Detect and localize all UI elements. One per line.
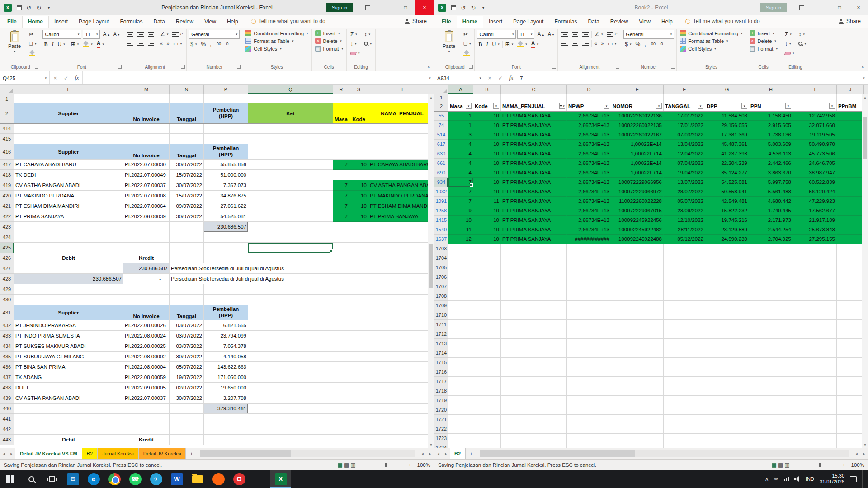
- cell-E1717[interactable]: [611, 377, 664, 386]
- cell-I55[interactable]: 12.742.958: [793, 111, 837, 121]
- cell-T441[interactable]: [368, 414, 434, 424]
- column-header-a[interactable]: A: [448, 85, 473, 94]
- cell-C1415[interactable]: PT PRIMA SANJAYA: [501, 216, 567, 225]
- cell-B934[interactable]: 10: [473, 178, 501, 187]
- cell-R437[interactable]: [333, 372, 349, 383]
- sheet-nav-next[interactable]: ▸: [8, 448, 15, 459]
- taskbar-excel[interactable]: X: [270, 470, 291, 488]
- tell-me-box[interactable]: Tell me what you want to do: [685, 18, 760, 28]
- cell-F1719[interactable]: [664, 396, 705, 405]
- cell-G1704[interactable]: [705, 253, 749, 263]
- volume-icon[interactable]: [794, 476, 800, 482]
- cell-D1032[interactable]: 2,66734E+13: [567, 187, 611, 197]
- cell-C1722[interactable]: [501, 424, 567, 434]
- filter-button[interactable]: ▾: [698, 103, 703, 109]
- cell-R430[interactable]: [333, 295, 349, 305]
- cell-C690[interactable]: PT PRIMA SANJAYA: [501, 168, 567, 178]
- cell-A1705[interactable]: [448, 263, 473, 272]
- cell-N423[interactable]: [170, 222, 204, 232]
- cell-M431[interactable]: No Invoice: [123, 305, 170, 320]
- increase-decimal-button[interactable]: .00: [214, 40, 223, 48]
- cell-F1713[interactable]: [664, 339, 705, 348]
- sheet-nav-prev[interactable]: ◂: [434, 448, 442, 459]
- cell-M417[interactable]: PI.2022.07.00030: [123, 160, 170, 170]
- column-header-l[interactable]: L: [14, 85, 123, 94]
- decrease-decimal-button[interactable]: .0: [658, 40, 665, 48]
- cell-A1717[interactable]: [448, 377, 473, 386]
- cell-Q433[interactable]: [248, 331, 333, 341]
- row-header-425[interactable]: 425: [0, 243, 14, 253]
- formula-input[interactable]: [83, 71, 426, 84]
- cell-A1713[interactable]: [448, 339, 473, 348]
- cell-S419[interactable]: 10: [349, 180, 368, 191]
- cell-F934[interactable]: 13/07/2022: [664, 178, 705, 187]
- dialog-launcher[interactable]: [237, 65, 241, 69]
- cell-A1722[interactable]: [448, 424, 473, 434]
- name-box[interactable]: Q425▾: [0, 71, 50, 84]
- cell-A690[interactable]: 4: [448, 168, 473, 178]
- cell-A1715[interactable]: [448, 358, 473, 367]
- cell-S430[interactable]: [349, 295, 368, 305]
- cell-M440[interactable]: [123, 404, 170, 414]
- cell-T426[interactable]: [368, 253, 434, 263]
- row-header-1705[interactable]: 1705: [434, 263, 448, 272]
- cell-T432[interactable]: [368, 320, 434, 331]
- bottom-align-button[interactable]: [146, 30, 156, 38]
- cell-B1637[interactable]: 10: [473, 235, 501, 244]
- cell-A74[interactable]: 1: [448, 121, 473, 130]
- filter-button[interactable]: ▾: [656, 103, 662, 109]
- cell-N1[interactable]: [170, 94, 204, 103]
- cell-F1723[interactable]: [664, 434, 705, 443]
- row-header-1718[interactable]: 1718: [434, 386, 448, 396]
- cell-P420[interactable]: 34.876.875: [204, 191, 248, 201]
- cell-R424[interactable]: [333, 232, 349, 243]
- cell-G1709[interactable]: [705, 301, 749, 310]
- cell-N429[interactable]: [170, 284, 204, 295]
- borders-button[interactable]: ⊞▾: [504, 40, 515, 49]
- cell-Q436[interactable]: [248, 362, 333, 372]
- cell-R419[interactable]: 7: [333, 180, 349, 191]
- cell-H1710[interactable]: [749, 310, 793, 320]
- cell-Q438[interactable]: [248, 383, 333, 393]
- ribbon-display-options-button[interactable]: [792, 0, 811, 15]
- cell-P432[interactable]: 6.821.555: [204, 320, 248, 331]
- row-header-424[interactable]: 424: [0, 232, 14, 243]
- cell-F1708[interactable]: [664, 291, 705, 301]
- cell-A1704[interactable]: [448, 253, 473, 263]
- italic-button[interactable]: I: [485, 40, 490, 49]
- cell-J1711[interactable]: [837, 320, 864, 329]
- sheet-nav-next[interactable]: ▸: [442, 448, 450, 459]
- cancel-button[interactable]: ×: [484, 75, 495, 81]
- row-header-1710[interactable]: 1710: [434, 310, 448, 320]
- search-button[interactable]: [21, 470, 42, 488]
- cell-T416[interactable]: [368, 144, 434, 160]
- cell-R414[interactable]: [333, 123, 349, 134]
- cell-T436[interactable]: [368, 362, 434, 372]
- cell-E1415[interactable]: 100092245922456: [611, 216, 664, 225]
- maximize-button[interactable]: □: [396, 0, 415, 15]
- row-header-441[interactable]: 441: [0, 414, 14, 424]
- language-indicator[interactable]: IND: [806, 476, 814, 482]
- cell-C74[interactable]: PT PRIMA SANJAYA: [501, 121, 567, 130]
- cell-H1724[interactable]: [749, 443, 793, 448]
- format-button[interactable]: ▦Format▾: [749, 45, 778, 52]
- cell-styles-button[interactable]: Cell Styles▾: [679, 45, 717, 52]
- cell-N440[interactable]: [170, 404, 204, 414]
- align-right-button[interactable]: [581, 39, 590, 48]
- cell-Q425[interactable]: [248, 243, 333, 253]
- increase-indent-button[interactable]: »: [165, 39, 171, 48]
- collapse-ribbon-button[interactable]: ∧: [427, 64, 430, 69]
- cell-B1712[interactable]: [473, 329, 501, 339]
- cell-J617[interactable]: [837, 140, 864, 149]
- cell-R415[interactable]: [333, 134, 349, 144]
- cell-P424[interactable]: [204, 232, 248, 243]
- cell-I1704[interactable]: [793, 253, 837, 263]
- cell-P438[interactable]: 19.650.000: [204, 383, 248, 393]
- row-header-2[interactable]: 2: [434, 101, 448, 111]
- row-header-418[interactable]: 418: [0, 170, 14, 180]
- increase-decimal-button[interactable]: .00: [649, 40, 657, 48]
- orientation-button[interactable]: ∠▾: [159, 30, 170, 38]
- cell-G1715[interactable]: [705, 358, 749, 367]
- cell-S437[interactable]: [349, 372, 368, 383]
- cell-G617[interactable]: 45.487.361: [705, 140, 749, 149]
